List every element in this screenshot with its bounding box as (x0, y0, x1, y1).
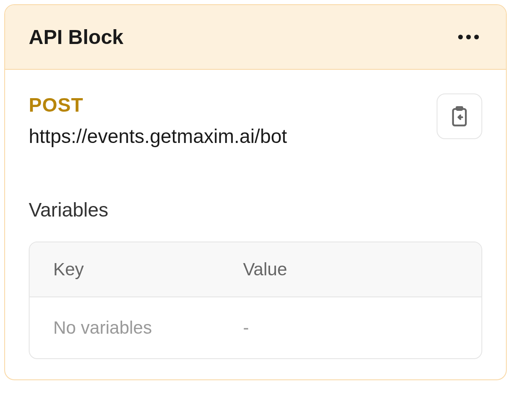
more-options-button[interactable] (455, 31, 482, 43)
http-method: POST (29, 93, 287, 116)
column-header-key: Key (30, 242, 219, 296)
more-icon (458, 35, 463, 39)
column-header-value: Value (219, 242, 481, 296)
variables-section: Variables Key Value No variables - (29, 198, 482, 359)
card-title: API Block (29, 25, 123, 49)
empty-key-cell: No variables (30, 297, 219, 358)
request-url: https://events.getmaxim.ai/bot (29, 125, 287, 148)
request-row: POST https://events.getmaxim.ai/bot (29, 93, 482, 148)
empty-value-cell: - (219, 297, 481, 358)
variables-title: Variables (29, 198, 482, 221)
table-row: No variables - (30, 297, 481, 358)
request-info: POST https://events.getmaxim.ai/bot (29, 93, 287, 148)
variables-table: Key Value No variables - (29, 242, 482, 359)
table-header: Key Value (30, 242, 481, 297)
card-header: API Block (5, 5, 506, 70)
more-icon (474, 35, 479, 39)
more-icon (466, 35, 471, 39)
clipboard-import-icon (448, 105, 470, 127)
import-button[interactable] (437, 93, 482, 139)
api-block-card: API Block POST https://events.getmaxim.a… (4, 4, 507, 380)
card-body: POST https://events.getmaxim.ai/bot Vari… (5, 70, 506, 379)
